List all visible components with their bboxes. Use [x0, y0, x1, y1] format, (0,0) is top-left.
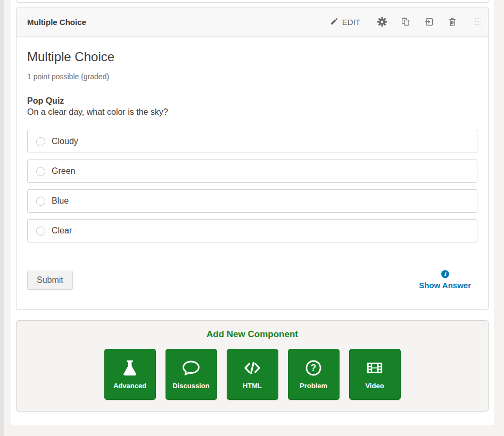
drag-handle[interactable] — [473, 16, 481, 27]
question-mark-icon: ? — [304, 359, 323, 377]
radio-button[interactable] — [36, 137, 45, 146]
add-problem-button[interactable]: ? Problem — [288, 349, 340, 400]
multiple-choice-component: Multiple Choice EDIT — [16, 7, 489, 310]
answer-option-label: Blue — [52, 196, 69, 206]
add-button-label: HTML — [243, 382, 262, 390]
add-discussion-button[interactable]: Discussion — [166, 349, 217, 400]
previous-component-edge — [16, 0, 489, 3]
add-video-button[interactable]: Video — [349, 349, 401, 400]
answer-option[interactable]: Blue — [27, 189, 477, 213]
speech-bubble-icon — [182, 359, 200, 377]
answer-option-label: Green — [52, 166, 75, 176]
gear-icon — [377, 17, 387, 27]
show-answer-link[interactable]: i Show Answer — [419, 270, 471, 290]
answer-option[interactable]: Green — [27, 160, 477, 183]
code-brackets-icon — [243, 359, 262, 377]
add-component-buttons: Advanced Discussion HT — [16, 349, 488, 400]
points-text: 1 point possible (graded) — [27, 72, 477, 81]
add-button-label: Advanced — [113, 382, 146, 390]
duplicate-button[interactable] — [400, 16, 411, 28]
problem-title: Multiple Choice — [27, 49, 477, 64]
window-edge — [0, 0, 4, 436]
submit-button[interactable]: Submit — [27, 271, 73, 290]
add-html-button[interactable]: HTML — [227, 349, 278, 400]
radio-button[interactable] — [36, 227, 45, 236]
film-strip-icon — [366, 359, 384, 377]
answer-option-label: Clear — [52, 226, 72, 236]
edit-button-label: EDIT — [342, 18, 360, 27]
answer-option[interactable]: Cloudy — [27, 130, 477, 153]
pencil-icon — [330, 17, 338, 27]
delete-button[interactable] — [447, 16, 458, 28]
answer-option[interactable]: Clear — [27, 219, 477, 242]
add-button-label: Discussion — [172, 382, 209, 390]
radio-button[interactable] — [36, 197, 45, 206]
question-text: On a clear day, what color is the sky? — [27, 107, 477, 117]
move-button[interactable] — [423, 16, 435, 28]
flask-icon — [121, 359, 139, 377]
answer-option-label: Cloudy — [52, 137, 78, 146]
settings-button[interactable] — [376, 16, 388, 28]
svg-text:?: ? — [311, 363, 317, 373]
info-icon: i — [441, 270, 449, 278]
component-title: Multiple Choice — [27, 18, 86, 27]
show-answer-label: Show Answer — [419, 281, 471, 290]
add-button-label: Problem — [300, 382, 327, 390]
edit-button[interactable]: EDIT — [330, 17, 360, 27]
component-toolbar: EDIT — [330, 16, 481, 28]
duplicate-icon — [401, 17, 410, 27]
add-button-label: Video — [365, 382, 384, 390]
radio-button[interactable] — [36, 167, 45, 176]
move-icon — [424, 17, 434, 27]
component-header: Multiple Choice EDIT — [16, 7, 488, 37]
trash-icon — [448, 17, 457, 27]
add-advanced-button[interactable]: Advanced — [104, 349, 156, 400]
question-title: Pop Quiz — [27, 96, 477, 106]
problem-actions: Submit i Show Answer — [27, 270, 477, 290]
unit-page-canvas: Multiple Choice EDIT — [11, 0, 494, 425]
add-new-component-title: Add New Component — [16, 329, 488, 340]
add-new-component-panel: Add New Component Advanced Discussion — [16, 320, 489, 412]
problem-preview: Multiple Choice 1 point possible (graded… — [16, 37, 488, 290]
